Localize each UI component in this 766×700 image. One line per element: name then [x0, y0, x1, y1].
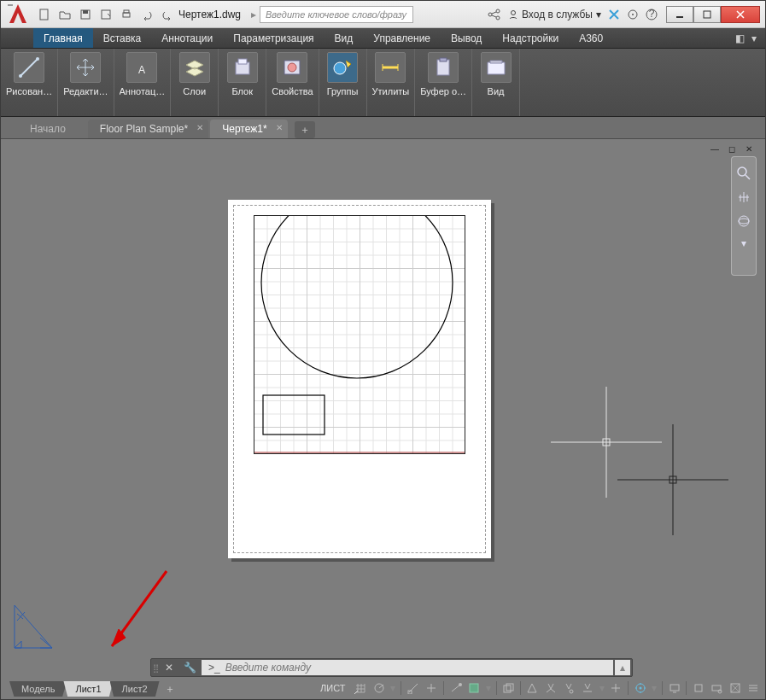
undo-icon[interactable]	[137, 5, 156, 24]
svg-rect-1	[40, 9, 48, 20]
menu-tab-parametric[interactable]: Параметризация	[223, 28, 324, 48]
navigation-bar[interactable]: ▾	[731, 156, 757, 276]
app-icon[interactable]	[6, 3, 30, 26]
layout-tab-add[interactable]: ＋	[161, 682, 178, 697]
history-icon[interactable]: ▴	[615, 660, 630, 675]
panel-draw[interactable]: Рисован…	[1, 49, 58, 116]
otrack-icon[interactable]	[425, 680, 438, 697]
command-input[interactable]: >_ Введите команду	[202, 660, 613, 675]
nav-expand-icon[interactable]: ▾	[741, 237, 746, 249]
add-scale-icon[interactable]	[610, 680, 623, 697]
isolate-icon[interactable]	[692, 680, 705, 697]
close-button[interactable]	[721, 6, 760, 23]
help-icon[interactable]: ?	[646, 9, 658, 20]
ucs-icon[interactable]	[9, 600, 61, 653]
svg-point-8	[496, 9, 500, 13]
file-tab-sample[interactable]: Floor Plan Sample*✕	[88, 120, 208, 138]
minimize-button[interactable]	[666, 6, 693, 23]
close-icon[interactable]: ✕	[196, 123, 203, 132]
customize-status-icon[interactable]	[747, 680, 760, 697]
layout-tab-sheet1[interactable]: Лист1	[63, 681, 113, 697]
ribbon-minimize-icon[interactable]: ▾	[751, 32, 757, 44]
close-icon[interactable]: ✕	[160, 662, 178, 674]
panel-groups[interactable]: Группы	[319, 49, 367, 116]
doc-close-icon[interactable]: ✕	[743, 143, 755, 155]
orbit-icon[interactable]	[736, 213, 751, 229]
sign-in-button[interactable]: Вход в службы▾	[508, 9, 601, 20]
menu-tab-addins[interactable]: Надстройки	[492, 28, 569, 48]
menu-tab-insert[interactable]: Вставка	[93, 28, 152, 48]
space-button[interactable]: ЛИСТ	[317, 683, 348, 693]
osnap-icon[interactable]	[406, 680, 419, 697]
annovis-icon[interactable]	[544, 680, 557, 697]
zoom-icon[interactable]	[736, 166, 751, 181]
svg-point-57	[570, 690, 573, 693]
doc-maximize-icon[interactable]: ◻	[726, 143, 738, 155]
menu-tab-view[interactable]: Вид	[325, 28, 364, 48]
file-tab-active[interactable]: Чертеж1*✕	[210, 120, 287, 138]
autoscale-icon[interactable]	[563, 680, 576, 697]
panel-layers[interactable]: Слои	[171, 49, 219, 116]
panel-modify[interactable]: Редакти…	[58, 49, 114, 116]
doc-minimize-icon[interactable]: —	[709, 143, 721, 155]
menu-tab-a360[interactable]: A360	[569, 28, 613, 48]
layers-icon	[179, 52, 210, 83]
polar-icon[interactable]	[372, 680, 385, 697]
drawing-area[interactable]: — ◻ ✕ ▾	[6, 139, 760, 658]
svg-line-17	[20, 59, 38, 76]
svg-text:A: A	[138, 64, 145, 76]
search-input[interactable]: Введите ключевое слово/фразу	[260, 6, 413, 23]
panel-properties[interactable]: Свойства	[266, 49, 319, 116]
panel-clipboard[interactable]: Буфер о…	[415, 49, 472, 116]
hardware-accel-icon[interactable]	[710, 680, 723, 697]
a360-icon[interactable]	[627, 9, 639, 20]
save-icon[interactable]	[76, 5, 95, 24]
file-tab-new[interactable]: ＋	[295, 121, 315, 138]
annotation-monitor-icon[interactable]	[668, 680, 681, 697]
file-tab-start[interactable]: Начало	[18, 120, 86, 138]
text-icon: A	[126, 52, 157, 83]
panel-block[interactable]: Блок	[219, 49, 266, 116]
menu-tab-output[interactable]: Вывод	[441, 28, 492, 48]
command-line[interactable]: ⣿ ✕ 🔧 >_ Введите команду ▴	[150, 658, 633, 677]
svg-line-32	[746, 175, 750, 179]
transparency-icon[interactable]	[467, 680, 480, 697]
menu-tab-home[interactable]: Главная	[33, 28, 93, 48]
print-icon[interactable]	[117, 5, 136, 24]
pan-icon[interactable]	[736, 190, 751, 205]
panel-view[interactable]: Вид	[472, 49, 520, 116]
exchange-icon[interactable]	[608, 9, 620, 20]
file-tabs: Начало Floor Plan Sample*✕ Чертеж1*✕ ＋	[1, 117, 765, 139]
apps-icon[interactable]: ◧	[735, 32, 745, 44]
grip-icon[interactable]: ⣿	[151, 663, 160, 673]
svg-rect-36	[263, 395, 325, 435]
panel-annotation[interactable]: AАннотац…	[114, 49, 172, 116]
properties-icon	[277, 52, 307, 83]
new-icon[interactable]	[35, 5, 54, 24]
layout-tab-model[interactable]: Модель	[9, 681, 67, 697]
lineweight-icon[interactable]	[449, 680, 462, 697]
ribbon: Рисован… Редакти… AАннотац… Слои Блок Св…	[1, 49, 765, 117]
snap-to-grid-icon[interactable]	[354, 680, 366, 697]
share-icon[interactable]	[488, 9, 501, 20]
maximize-button[interactable]	[693, 6, 721, 23]
close-icon[interactable]: ✕	[276, 123, 283, 132]
saveas-icon[interactable]	[96, 5, 115, 24]
svg-rect-3	[83, 10, 88, 14]
open-icon[interactable]	[56, 5, 74, 24]
workspace-icon[interactable]	[634, 680, 646, 697]
menu-tab-manage[interactable]: Управление	[363, 28, 441, 48]
clipboard-icon	[428, 52, 459, 83]
annoscale-icon[interactable]	[526, 680, 539, 697]
selection-cycling-icon[interactable]	[501, 680, 514, 697]
menu-tab-annotate[interactable]: Аннотации	[151, 28, 223, 48]
svg-rect-22	[238, 59, 247, 64]
title-bar: Чертеж1.dwg ▸ Введите ключевое слово/фра…	[1, 1, 765, 28]
customize-icon[interactable]: 🔧	[178, 662, 202, 674]
panel-utilities[interactable]: Утилиты	[367, 49, 416, 116]
layout-tab-sheet2[interactable]: Лист2	[110, 681, 160, 697]
viewport[interactable]	[254, 215, 465, 454]
scale-icon[interactable]	[581, 680, 594, 697]
clean-screen-icon[interactable]	[728, 680, 741, 697]
svg-rect-30	[440, 58, 447, 61]
